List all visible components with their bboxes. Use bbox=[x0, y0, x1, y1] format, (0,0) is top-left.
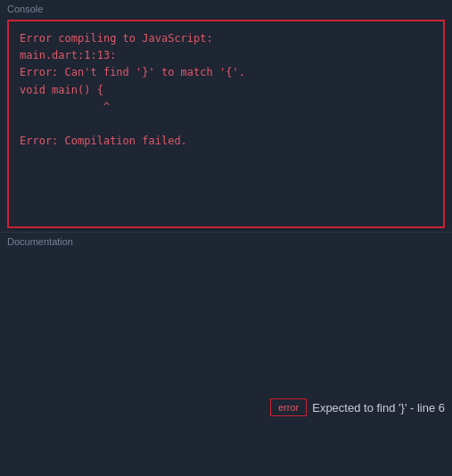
error-box: Error compiling to JavaScript: main.dart… bbox=[7, 20, 445, 228]
documentation-label: Documentation bbox=[7, 236, 445, 247]
console-section: Console Error compiling to JavaScript: m… bbox=[0, 0, 452, 232]
documentation-section: Documentation error Expected to find '}'… bbox=[0, 233, 452, 423]
error-output: Error compiling to JavaScript: main.dart… bbox=[20, 30, 432, 150]
status-message: Expected to find '}' - line 6 bbox=[312, 401, 445, 414]
error-badge: error bbox=[270, 398, 307, 416]
console-label: Console bbox=[7, 4, 445, 14]
status-bar: error Expected to find '}' - line 6 bbox=[270, 398, 445, 416]
